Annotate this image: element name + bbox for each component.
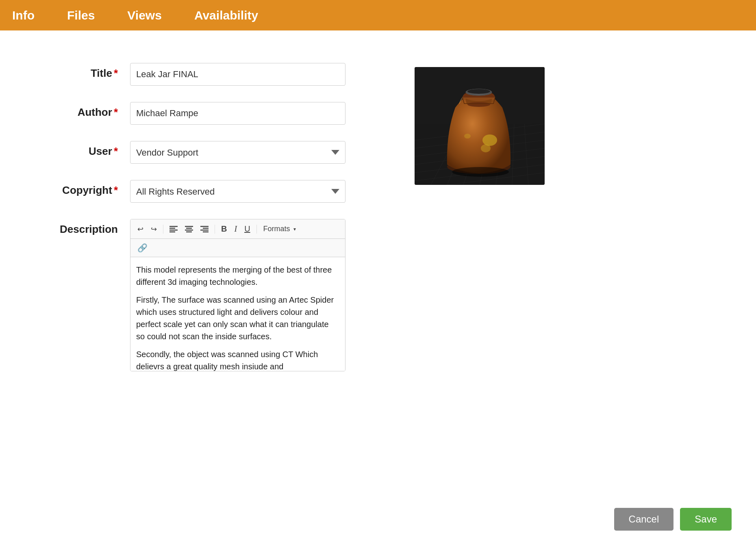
copyright-field-container: All Rights Reserved Creative Commons Pub…	[130, 180, 345, 203]
author-label: Author*	[24, 102, 130, 119]
user-select[interactable]: Vendor Support Admin Other	[130, 141, 345, 164]
preview-section	[415, 67, 545, 388]
svg-rect-2	[169, 230, 178, 231]
nav-item-views[interactable]: Views	[123, 9, 166, 22]
link-button[interactable]: 🔗	[135, 241, 150, 254]
svg-rect-9	[203, 228, 209, 229]
user-row: User* Vendor Support Admin Other	[24, 141, 390, 164]
svg-point-30	[464, 134, 471, 139]
user-label: User*	[24, 141, 130, 158]
svg-rect-10	[200, 230, 209, 231]
top-nav: Info Files Views Availability	[0, 0, 756, 30]
svg-rect-4	[185, 226, 193, 227]
svg-rect-0	[169, 226, 178, 227]
copyright-select[interactable]: All Rights Reserved Creative Commons Pub…	[130, 180, 345, 203]
copyright-row: Copyright* All Rights Reserved Creative …	[24, 180, 390, 203]
svg-rect-8	[200, 226, 209, 227]
copyright-required: *	[114, 184, 118, 196]
form-section: Title* Author* User* Vendor Support	[24, 63, 390, 388]
bold-button[interactable]: B	[218, 223, 230, 235]
align-right-button[interactable]	[198, 224, 211, 234]
user-required: *	[114, 145, 118, 157]
redo-button[interactable]: ↪	[148, 223, 160, 235]
title-required: *	[114, 67, 118, 79]
formats-label: Formats	[263, 225, 290, 233]
svg-point-34	[467, 89, 490, 94]
svg-point-36	[452, 167, 509, 177]
svg-rect-3	[169, 231, 175, 232]
align-left-button[interactable]	[167, 224, 180, 234]
title-field-container	[130, 63, 345, 86]
undo-button[interactable]: ↩	[135, 223, 146, 235]
formats-chevron-icon: ▾	[293, 226, 296, 232]
svg-point-28	[482, 134, 497, 146]
svg-rect-1	[169, 228, 175, 229]
description-label: Description	[24, 219, 130, 236]
toolbar-divider-1	[163, 225, 163, 234]
editor-toolbar: ↩ ↪	[130, 219, 345, 239]
nav-item-info[interactable]: Info	[8, 9, 39, 22]
description-row: Description ↩ ↪	[24, 219, 390, 371]
user-field-container: Vendor Support Admin Other	[130, 141, 345, 164]
author-input[interactable]	[130, 102, 345, 125]
align-center-button[interactable]	[182, 224, 196, 234]
description-paragraph-3: Secondly, the object was scanned using C…	[136, 348, 339, 371]
italic-button[interactable]: I	[231, 223, 240, 235]
svg-rect-5	[186, 228, 192, 229]
description-paragraph-1: This model represents the merging of the…	[136, 264, 339, 288]
underline-button[interactable]: U	[241, 223, 253, 235]
svg-point-29	[481, 144, 491, 152]
title-input[interactable]	[130, 63, 345, 86]
model-preview	[415, 67, 545, 185]
cancel-button[interactable]: Cancel	[614, 508, 674, 531]
nav-item-availability[interactable]: Availability	[190, 9, 262, 22]
author-required: *	[114, 106, 118, 118]
copyright-label: Copyright*	[24, 180, 130, 197]
title-label: Title*	[24, 63, 130, 80]
svg-rect-7	[186, 231, 192, 232]
svg-rect-6	[185, 230, 193, 231]
save-button[interactable]: Save	[680, 508, 732, 531]
nav-item-files[interactable]: Files	[63, 9, 99, 22]
bottom-buttons: Cancel Save	[614, 508, 732, 531]
author-field-container	[130, 102, 345, 125]
description-editor-container: ↩ ↪	[130, 219, 345, 371]
main-content: Title* Author* User* Vendor Support	[0, 30, 756, 412]
svg-point-35	[467, 102, 490, 107]
svg-rect-11	[203, 231, 209, 232]
toolbar-divider-3	[256, 225, 257, 234]
description-editor-body[interactable]: This model represents the merging of the…	[130, 257, 345, 371]
jar-svg	[415, 67, 545, 185]
formats-dropdown[interactable]: Formats ▾	[260, 223, 299, 235]
editor-toolbar-row2: 🔗	[130, 239, 345, 257]
description-paragraph-2: Firstly, The surface was scanned using a…	[136, 294, 339, 343]
title-row: Title*	[24, 63, 390, 86]
author-row: Author*	[24, 102, 390, 125]
toolbar-divider-2	[215, 225, 215, 234]
